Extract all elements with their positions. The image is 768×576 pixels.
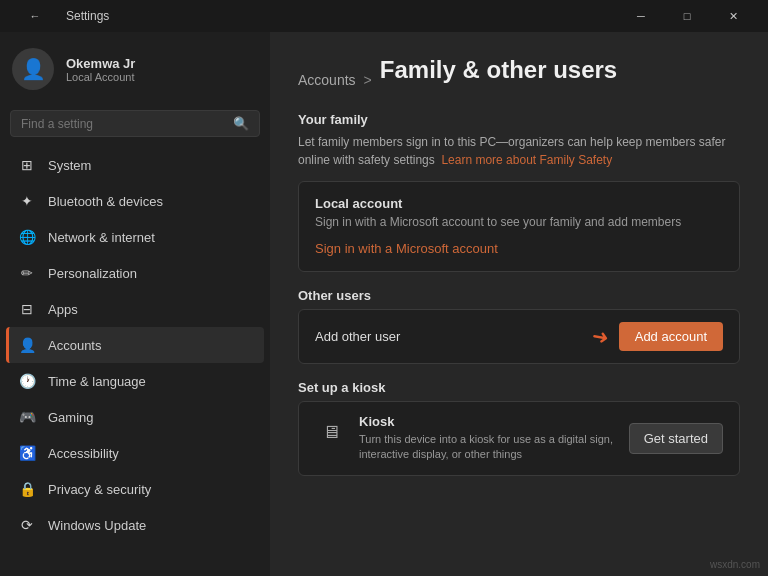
nav-icon: 🎮 (18, 408, 36, 426)
nav-icon: ✏ (18, 264, 36, 282)
titlebar-left: ← Settings (12, 0, 109, 32)
close-button[interactable]: ✕ (710, 0, 756, 32)
app-body: 👤 Okemwa Jr Local Account 🔍 ⊞ System ✦ B… (0, 32, 768, 576)
nav-icon: ⊟ (18, 300, 36, 318)
titlebar-controls: ─ □ ✕ (618, 0, 756, 32)
nav-label: Gaming (48, 410, 94, 425)
add-account-area: ➜ Add account (592, 322, 723, 351)
titlebar: ← Settings ─ □ ✕ (0, 0, 768, 32)
user-subtitle: Local Account (66, 71, 135, 83)
nav-icon: ✦ (18, 192, 36, 210)
maximize-button[interactable]: □ (664, 0, 710, 32)
sidebar-item-accessibility[interactable]: ♿ Accessibility (6, 435, 264, 471)
nav-label: Accounts (48, 338, 101, 353)
search-box[interactable]: 🔍 (10, 110, 260, 137)
other-users-section: Other users Add other user ➜ Add account (298, 288, 740, 364)
kiosk-left: 🖥 Kiosk Turn this device into a kiosk fo… (315, 414, 629, 463)
sidebar-item-system[interactable]: ⊞ System (6, 147, 264, 183)
nav-label: Privacy & security (48, 482, 151, 497)
breadcrumb: Accounts > Family & other users (298, 56, 740, 104)
sidebar-item-bluetooth---devices[interactable]: ✦ Bluetooth & devices (6, 183, 264, 219)
nav-label: Personalization (48, 266, 137, 281)
page-title: Family & other users (380, 56, 617, 84)
nav-label: Time & language (48, 374, 146, 389)
local-account-title: Local account (315, 196, 723, 211)
nav-label: Accessibility (48, 446, 119, 461)
watermark: wsxdn.com (710, 559, 760, 570)
nav-label: Network & internet (48, 230, 155, 245)
nav-icon: ♿ (18, 444, 36, 462)
other-users-title: Other users (298, 288, 740, 303)
sidebar-item-privacy---security[interactable]: 🔒 Privacy & security (6, 471, 264, 507)
nav-icon: 👤 (18, 336, 36, 354)
arrow-icon: ➜ (590, 323, 611, 350)
sidebar-item-apps[interactable]: ⊟ Apps (6, 291, 264, 327)
nav-icon: 🔒 (18, 480, 36, 498)
breadcrumb-separator: > (364, 72, 372, 88)
sidebar-item-time---language[interactable]: 🕐 Time & language (6, 363, 264, 399)
nav-icon: 🕐 (18, 372, 36, 390)
add-user-label: Add other user (315, 329, 400, 344)
kiosk-row: 🖥 Kiosk Turn this device into a kiosk fo… (298, 401, 740, 476)
avatar: 👤 (12, 48, 54, 90)
back-button[interactable]: ← (12, 0, 58, 32)
add-user-row: Add other user ➜ Add account (298, 309, 740, 364)
sidebar-item-accounts[interactable]: 👤 Accounts (6, 327, 264, 363)
sign-in-link[interactable]: Sign in with a Microsoft account (315, 241, 498, 256)
learn-more-link[interactable]: Learn more about Family Safety (441, 153, 612, 167)
sidebar: 👤 Okemwa Jr Local Account 🔍 ⊞ System ✦ B… (0, 32, 270, 576)
nav-list: ⊞ System ✦ Bluetooth & devices 🌐 Network… (0, 147, 270, 543)
user-name: Okemwa Jr (66, 56, 135, 71)
titlebar-title: Settings (66, 9, 109, 23)
breadcrumb-parent: Accounts (298, 72, 356, 88)
nav-label: Apps (48, 302, 78, 317)
kiosk-title: Kiosk (359, 414, 629, 429)
content-area: Accounts > Family & other users Your fam… (270, 32, 768, 576)
sidebar-item-personalization[interactable]: ✏ Personalization (6, 255, 264, 291)
user-profile[interactable]: 👤 Okemwa Jr Local Account (0, 32, 270, 106)
kiosk-section-title: Set up a kiosk (298, 380, 740, 395)
kiosk-desc: Turn this device into a kiosk for use as… (359, 432, 629, 463)
nav-label: System (48, 158, 91, 173)
get-started-button[interactable]: Get started (629, 423, 723, 454)
local-account-card: Local account Sign in with a Microsoft a… (298, 181, 740, 272)
add-account-button[interactable]: Add account (619, 322, 723, 351)
nav-icon: ⊞ (18, 156, 36, 174)
search-icon: 🔍 (233, 116, 249, 131)
minimize-button[interactable]: ─ (618, 0, 664, 32)
family-section-title: Your family (298, 112, 740, 127)
kiosk-info: Kiosk Turn this device into a kiosk for … (359, 414, 629, 463)
nav-label: Bluetooth & devices (48, 194, 163, 209)
family-section-desc: Let family members sign in to this PC—or… (298, 133, 740, 169)
sidebar-item-windows-update[interactable]: ⟳ Windows Update (6, 507, 264, 543)
user-info: Okemwa Jr Local Account (66, 56, 135, 83)
kiosk-icon: 🖥 (315, 416, 347, 448)
nav-icon: 🌐 (18, 228, 36, 246)
nav-label: Windows Update (48, 518, 146, 533)
nav-icon: ⟳ (18, 516, 36, 534)
sidebar-item-gaming[interactable]: 🎮 Gaming (6, 399, 264, 435)
local-account-desc: Sign in with a Microsoft account to see … (315, 215, 723, 229)
search-input[interactable] (21, 117, 225, 131)
sidebar-item-network---internet[interactable]: 🌐 Network & internet (6, 219, 264, 255)
